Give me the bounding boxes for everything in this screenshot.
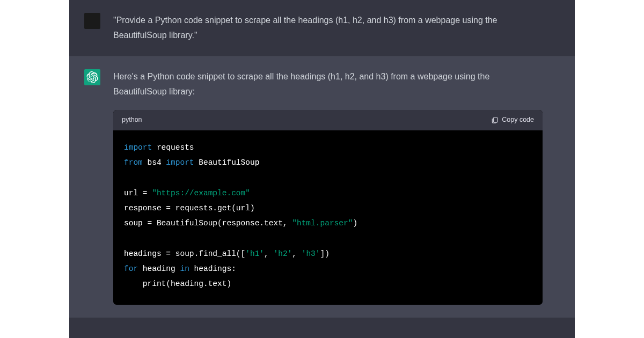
svg-rect-0 (494, 117, 497, 122)
user-message: "Provide a Python code snippet to scrape… (69, 0, 575, 56)
code-block: python Copy code import requests from bs… (113, 110, 543, 305)
assistant-message: Here's a Python code snippet to scrape a… (69, 56, 575, 318)
user-avatar (84, 13, 100, 29)
page-viewport: "Provide a Python code snippet to scrape… (0, 0, 644, 338)
copy-code-button[interactable]: Copy code (491, 114, 534, 126)
code-block-header: python Copy code (113, 110, 543, 130)
assistant-avatar (84, 69, 100, 85)
copy-code-label: Copy code (502, 114, 534, 126)
assistant-intro-text: Here's a Python code snippet to scrape a… (113, 69, 543, 99)
clipboard-icon (491, 116, 499, 124)
chat-column: "Provide a Python code snippet to scrape… (69, 0, 575, 338)
code-content[interactable]: import requests from bs4 import Beautifu… (113, 130, 543, 305)
user-message-content: "Provide a Python code snippet to scrape… (113, 13, 543, 43)
code-language-label: python (122, 114, 142, 126)
openai-logo-icon (86, 71, 98, 83)
assistant-message-content: Here's a Python code snippet to scrape a… (113, 69, 543, 305)
user-message-text: "Provide a Python code snippet to scrape… (113, 13, 543, 43)
